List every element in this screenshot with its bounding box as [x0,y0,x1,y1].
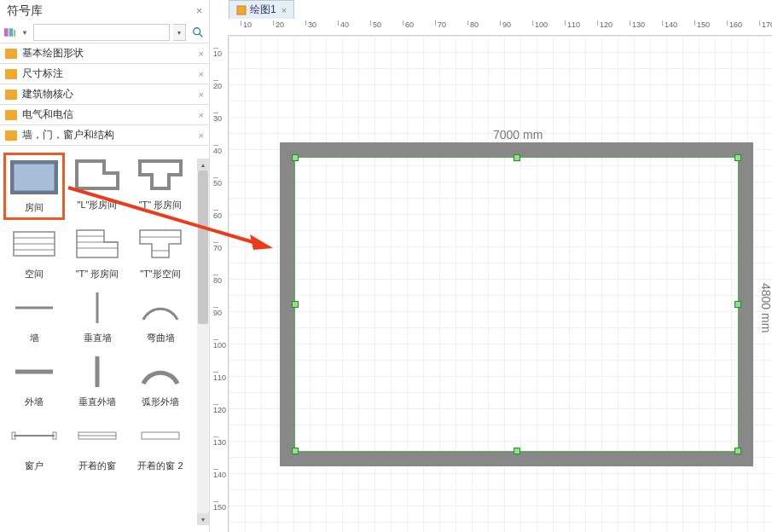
tab-bar: 绘图1 × [212,0,772,19]
shape-space[interactable]: 空间 [3,222,65,284]
shape-label: 弧形外墙 [142,396,179,408]
shape-label: 弯曲墙 [147,332,175,344]
shape-vwall[interactable]: 垂直墙 [67,286,128,348]
resize-handle[interactable] [292,448,299,454]
shape-open-window[interactable]: 开着的窗 [67,413,128,476]
scroll-up-icon[interactable]: ▴ [197,159,209,171]
tab-label: 绘图1 [250,3,276,17]
svg-rect-0 [4,28,9,36]
resize-handle[interactable] [514,448,520,454]
folder-icon [5,130,17,141]
ruler-tick: 40 [338,20,349,26]
shape-t-space[interactable]: "T"形空间 [130,222,191,284]
tab-close-icon[interactable]: × [282,5,287,15]
shape-ext-wall[interactable]: 外墙 [3,350,65,412]
room-shape[interactable] [280,142,753,466]
document-icon [236,5,247,15]
shape-label: 外墙 [25,396,44,408]
shape-l-room[interactable]: "L"形房间 [67,153,128,220]
category-close-icon[interactable]: × [199,90,204,100]
ruler-tick: 120 [213,404,218,414]
category-close-icon[interactable]: × [199,49,204,59]
resize-handle[interactable] [734,448,741,454]
category-label: 尺寸标注 [22,66,63,81]
symbol-library-panel: 符号库 × ▼ ▾ 基本绘图形状× 尺寸标注× 建筑物核心× 电气和电信× 墙，… [0,0,210,532]
drawing-canvas[interactable]: 7000 mm 4800 mm [229,36,772,532]
ruler-tick: 80 [467,20,479,26]
ruler-tick: 70 [435,20,446,26]
ruler-tick: 140 [662,20,677,26]
svg-rect-5 [12,162,56,193]
svg-rect-1 [9,28,14,36]
category-basic-shapes[interactable]: 基本绘图形状× [0,43,209,64]
resize-handle[interactable] [734,154,741,161]
shape-wall[interactable]: 墙 [3,286,65,348]
search-icon[interactable] [189,24,206,41]
shape-window[interactable]: 窗户 [3,413,65,476]
canvas-area: 绘图1 × 1020304050607080901001101201301401… [212,0,772,532]
ruler-tick: 80 [213,275,218,285]
library-icon[interactable] [3,26,16,39]
panel-close-icon[interactable]: × [196,5,202,17]
tab-drawing-1[interactable]: 绘图1 × [229,0,294,19]
ruler-tick: 160 [727,20,742,26]
category-electrical[interactable]: 电气和电信× [0,105,209,125]
shape-label: 开着的窗 [78,460,116,472]
shape-t-room-2[interactable]: "T" 形房间 [67,222,128,284]
ruler-tick: 100 [213,339,218,350]
shape-label: 空间 [25,268,44,280]
ruler-tick: 60 [213,210,218,220]
width-dimension: 7000 mm [493,128,543,142]
shape-label: 窗户 [25,460,44,472]
resize-handle[interactable] [292,301,299,308]
resize-handle[interactable] [734,301,741,308]
selection-outline [294,157,739,452]
panel-title: 符号库 [0,0,209,22]
ruler-tick: 60 [403,20,414,26]
shape-label: 开着的窗 2 [137,460,183,472]
category-close-icon[interactable]: × [199,130,204,141]
shape-label: "T" 形房间 [76,268,119,280]
ruler-tick: 120 [597,20,612,26]
category-close-icon[interactable]: × [199,110,204,120]
folder-icon [5,69,17,79]
category-label: 基本绘图形状 [22,46,84,61]
resize-handle[interactable] [514,154,520,161]
ruler-tick: 10 [213,48,218,58]
scroll-thumb[interactable] [198,171,208,324]
shape-vert-ext-wall[interactable]: 垂直外墙 [67,350,128,412]
ruler-tick: 10 [241,20,252,26]
shape-label: "T" 形房间 [139,199,183,211]
search-input[interactable] [33,24,170,41]
category-walls[interactable]: 墙，门，窗户和结构× [0,125,209,146]
shape-room[interactable]: 房间 [3,153,65,220]
shape-open-window-2[interactable]: 开着的窗 2 [130,413,191,476]
library-dropdown-icon[interactable]: ▼ [20,29,30,37]
ruler-tick: 30 [213,113,218,123]
ruler-tick: 110 [213,372,218,382]
ruler-tick: 90 [500,20,511,26]
resize-handle[interactable] [292,154,299,161]
ruler-tick: 170 [759,20,772,26]
shape-t-room[interactable]: "T" 形房间 [130,153,191,220]
search-row: ▼ ▾ [0,22,209,43]
shape-arc-ext-wall[interactable]: 弧形外墙 [130,350,191,412]
sidebar-scrollbar[interactable]: ▴ ▾ [197,159,209,525]
category-dimensions[interactable]: 尺寸标注× [0,64,209,84]
ruler-tick: 40 [213,145,218,155]
category-close-icon[interactable]: × [199,69,204,79]
search-dropdown-icon[interactable]: ▾ [173,24,186,41]
category-label: 建筑物核心 [22,87,73,101]
shape-label: 垂直外墙 [78,396,116,408]
folder-icon [5,90,17,100]
folder-icon [5,49,17,59]
shape-label: 垂直墙 [84,332,112,344]
svg-rect-25 [237,6,246,14]
shape-curved-wall[interactable]: 弯曲墙 [130,286,191,348]
ruler-tick: 150 [694,20,710,26]
scroll-down-icon[interactable]: ▾ [197,513,209,525]
svg-line-4 [199,34,202,38]
category-building-core[interactable]: 建筑物核心× [0,84,209,105]
svg-rect-24 [142,432,179,439]
shape-label: "T"形空间 [140,268,181,280]
